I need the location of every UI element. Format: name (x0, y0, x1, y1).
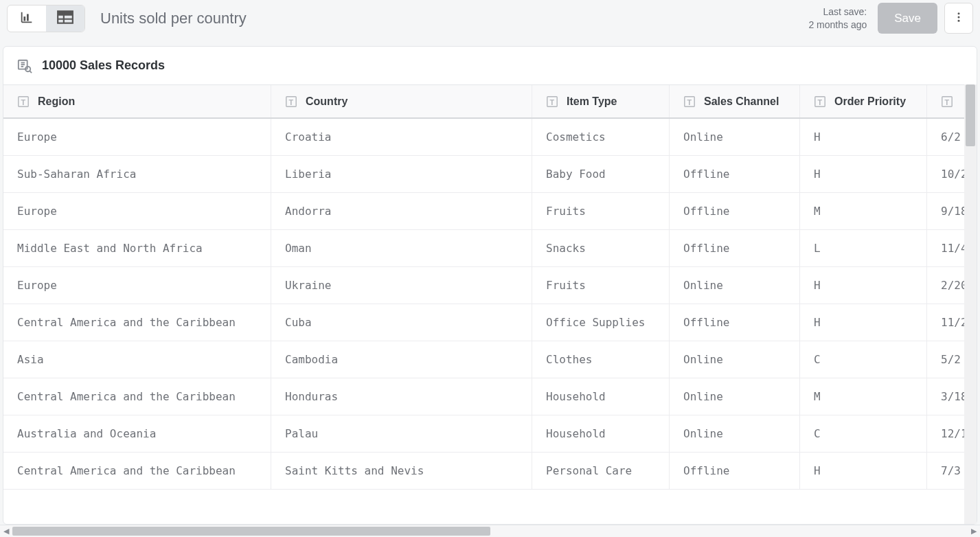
last-save-label: Last save: (808, 5, 867, 19)
cell: Croatia (271, 119, 532, 155)
cell: Fruits (532, 267, 670, 304)
table-row[interactable]: EuropeUkraineFruitsOnlineH2/20 (3, 267, 977, 304)
svg-text:T: T (288, 98, 293, 106)
column-header-item-type[interactable]: T Item Type (532, 85, 670, 117)
more-menu-button[interactable] (944, 3, 973, 34)
cell: H (800, 453, 927, 489)
table-row[interactable]: Central America and the CaribbeanCubaOff… (3, 304, 977, 341)
cell: Online (670, 119, 800, 155)
cell: Oman (271, 230, 532, 266)
last-save-info: Last save: 2 months ago (808, 5, 867, 32)
vertical-scrollbar[interactable] (964, 84, 977, 524)
cell: C (800, 341, 927, 378)
horizontal-scrollbar[interactable]: ◀ ▶ (0, 525, 980, 537)
table-row[interactable]: Central America and the CaribbeanHondura… (3, 378, 977, 415)
column-header-region[interactable]: T Region (3, 85, 271, 117)
scroll-left-arrow[interactable]: ◀ (0, 525, 12, 538)
save-button[interactable]: Save (878, 3, 937, 34)
cell: C (800, 415, 927, 452)
cell: Saint Kitts and Nevis (271, 453, 532, 489)
cell: Household (532, 415, 670, 452)
page-title: Units sold per country (100, 10, 247, 27)
svg-point-9 (958, 19, 960, 21)
text-column-icon: T (17, 95, 30, 108)
scroll-right-arrow[interactable]: ▶ (968, 525, 980, 538)
table-row[interactable]: EuropeAndorraFruitsOfflineM9/18 (3, 193, 977, 230)
cell: Europe (3, 119, 271, 155)
cell: M (800, 193, 927, 229)
cell: Offline (670, 453, 800, 489)
cell: M (800, 378, 927, 415)
column-header-country[interactable]: T Country (271, 85, 532, 117)
svg-rect-0 (23, 16, 25, 21)
cell: Australia and Oceania (3, 415, 271, 452)
cell: L (800, 230, 927, 266)
svg-rect-1 (27, 14, 29, 21)
column-label: Sales Channel (704, 95, 779, 108)
cell: Offline (670, 230, 800, 266)
table-row[interactable]: Central America and the CaribbeanSaint K… (3, 453, 977, 490)
column-header-sales-channel[interactable]: T Sales Channel (670, 85, 800, 117)
table-row[interactable]: Sub-Saharan AfricaLiberiaBaby FoodOfflin… (3, 156, 977, 193)
cell: Online (670, 341, 800, 378)
cell: Fruits (532, 193, 670, 229)
cell: Andorra (271, 193, 532, 229)
table-row[interactable]: EuropeCroatiaCosmeticsOnlineH6/2 (3, 119, 977, 156)
cell: Offline (670, 193, 800, 229)
cell: Cambodia (271, 341, 532, 378)
cell: H (800, 156, 927, 192)
text-column-icon: T (683, 95, 696, 108)
cell: Palau (271, 415, 532, 452)
text-column-icon: T (941, 95, 953, 108)
table-view-button[interactable] (46, 5, 84, 32)
column-label: Order Priority (834, 95, 906, 108)
cell: Sub-Saharan Africa (3, 156, 271, 192)
cell: Central America and the Caribbean (3, 453, 271, 489)
cell: Ukraine (271, 267, 532, 304)
table-icon (56, 10, 74, 27)
cell: Asia (3, 341, 271, 378)
table-row[interactable]: Middle East and North AfricaOmanSnacksOf… (3, 230, 977, 267)
cell: Central America and the Caribbean (3, 378, 271, 415)
column-label: Country (306, 95, 347, 108)
scrollbar-thumb[interactable] (12, 527, 490, 536)
bar-chart-icon (19, 10, 34, 27)
cell: Offline (670, 304, 800, 341)
dataset-name: 10000 Sales Records (42, 58, 165, 73)
table-row[interactable]: AsiaCambodiaClothesOnlineC5/2 (3, 341, 977, 378)
table-container: T Region T Country T Item Type T Sales C… (3, 84, 977, 524)
data-panel: 10000 Sales Records T Region T Country T… (3, 46, 977, 525)
column-label: Item Type (567, 95, 617, 108)
cell: Office Supplies (532, 304, 670, 341)
cell: Honduras (271, 378, 532, 415)
table-row[interactable]: Australia and OceaniaPalauHouseholdOnlin… (3, 415, 977, 453)
last-save-value: 2 months ago (808, 19, 867, 32)
cell: Online (670, 378, 800, 415)
cell: H (800, 304, 927, 341)
text-column-icon: T (814, 95, 826, 108)
scrollbar-thumb[interactable] (966, 84, 975, 146)
dataset-header[interactable]: 10000 Sales Records (3, 47, 977, 84)
cell: Personal Care (532, 453, 670, 489)
table-header: T Region T Country T Item Type T Sales C… (3, 84, 977, 119)
more-vertical-icon (953, 11, 965, 26)
cell: H (800, 119, 927, 155)
column-header-order-priority[interactable]: T Order Priority (800, 85, 927, 117)
cell: Liberia (271, 156, 532, 192)
cell: Clothes (532, 341, 670, 378)
toolbar: Units sold per country Last save: 2 mont… (0, 0, 980, 36)
cell: Online (670, 415, 800, 452)
svg-text:T: T (817, 98, 822, 106)
svg-point-7 (958, 12, 960, 14)
svg-text:T: T (687, 98, 692, 106)
cell: H (800, 267, 927, 304)
svg-text:T: T (549, 98, 554, 106)
table-body: EuropeCroatiaCosmeticsOnlineH6/2Sub-Saha… (3, 119, 977, 490)
svg-point-8 (958, 16, 960, 18)
cell: Baby Food (532, 156, 670, 192)
query-icon (17, 58, 32, 73)
svg-rect-4 (58, 11, 73, 14)
text-column-icon: T (546, 95, 558, 108)
chart-view-button[interactable] (8, 5, 46, 32)
cell: Offline (670, 156, 800, 192)
